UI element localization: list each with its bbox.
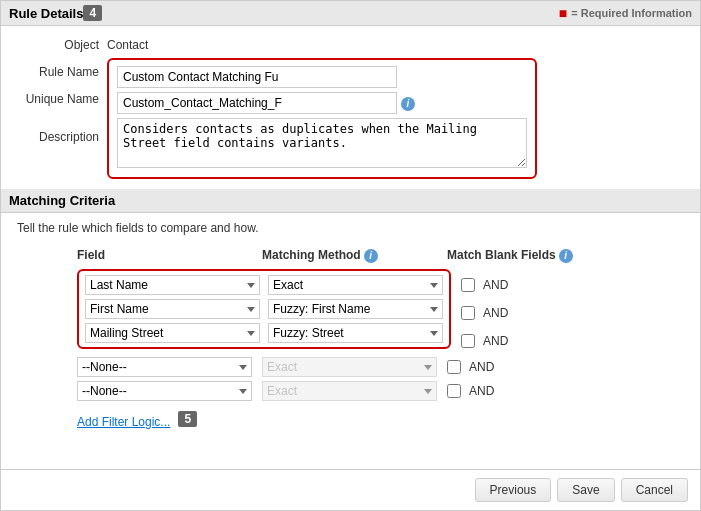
- blank-checkbox-2[interactable]: [461, 306, 475, 320]
- object-value: Contact: [107, 34, 684, 52]
- rule-name-input-row: [117, 66, 527, 88]
- main-container: Rule Details 4 ■ = Required Information …: [0, 0, 701, 511]
- object-label: Object: [17, 34, 107, 52]
- field-select-3[interactable]: Mailing Street: [85, 323, 260, 343]
- criteria-row-4: --None-- Exact AND: [77, 357, 684, 377]
- non-highlighted-rows: --None-- Exact AND --None--: [77, 357, 684, 405]
- description-label: Description: [17, 126, 107, 181]
- criteria-row-3: Mailing Street Fuzzy: Street: [85, 323, 443, 343]
- blank-row-3: AND: [461, 329, 508, 353]
- save-button[interactable]: Save: [557, 478, 614, 502]
- step-5-badge: 5: [178, 411, 197, 427]
- criteria-row-2: First Name Fuzzy: First Name: [85, 299, 443, 319]
- blank-checkbox-5[interactable]: [447, 384, 461, 398]
- blank-info-icon[interactable]: i: [559, 249, 573, 263]
- method-select-5: Exact: [262, 381, 437, 401]
- highlighted-rows-box: Last Name Exact First Name Fuzzy: First …: [77, 269, 451, 349]
- required-info-text: = Required Information: [571, 7, 692, 19]
- blank-col-header: Match Blank Fields i: [447, 247, 577, 263]
- and-label-2: AND: [483, 306, 508, 320]
- blank-header-label: Match Blank Fields i: [447, 247, 577, 263]
- method-header-label: Matching Method i: [262, 247, 437, 263]
- blank-cell-4: AND: [447, 360, 547, 374]
- add-filter-link[interactable]: Add Filter Logic...: [77, 415, 170, 429]
- blank-checkboxes-highlighted: AND AND AND: [461, 269, 508, 353]
- matching-criteria-title: Matching Criteria: [9, 193, 115, 208]
- blank-checkbox-4[interactable]: [447, 360, 461, 374]
- method-select-3[interactable]: Fuzzy: Street: [268, 323, 443, 343]
- field-select-1[interactable]: Last Name: [85, 275, 260, 295]
- unique-name-input[interactable]: [117, 92, 397, 114]
- blank-cell-5: AND: [447, 384, 547, 398]
- matching-body: Tell the rule which fields to compare an…: [1, 213, 700, 469]
- matching-criteria-header: Matching Criteria: [1, 189, 700, 213]
- and-label-5: AND: [469, 384, 494, 398]
- page-title: Rule Details: [9, 6, 83, 21]
- criteria-rows-container: Last Name Exact First Name Fuzzy: First …: [17, 269, 684, 429]
- rule-details-header: Rule Details 4 ■ = Required Information: [1, 1, 700, 26]
- footer: Previous Save Cancel: [1, 469, 700, 510]
- and-label-4: AND: [469, 360, 494, 374]
- method-info-icon[interactable]: i: [364, 249, 378, 263]
- unique-name-info-icon[interactable]: i: [401, 97, 415, 111]
- method-select-1[interactable]: Exact: [268, 275, 443, 295]
- blank-row-2: AND: [461, 301, 508, 325]
- description-input-row: Considers contacts as duplicates when th…: [117, 118, 527, 171]
- description-textarea[interactable]: Considers contacts as duplicates when th…: [117, 118, 527, 168]
- field-header-label: Field: [77, 248, 252, 262]
- step-4-badge: 4: [83, 5, 102, 21]
- method-select-2[interactable]: Fuzzy: First Name: [268, 299, 443, 319]
- rule-details-body: Object Contact Rule Name Unique Name Des…: [1, 26, 700, 189]
- required-dot: ■: [559, 5, 567, 21]
- previous-button[interactable]: Previous: [475, 478, 552, 502]
- field-select-4[interactable]: --None--: [77, 357, 252, 377]
- criteria-row-1: Last Name Exact: [85, 275, 443, 295]
- criteria-row-5: --None-- Exact AND: [77, 381, 684, 401]
- object-row: Object Contact: [17, 34, 684, 52]
- blank-checkbox-1[interactable]: [461, 278, 475, 292]
- method-col-header: Matching Method i: [262, 247, 437, 263]
- required-info: ■ = Required Information: [559, 5, 692, 21]
- cancel-button[interactable]: Cancel: [621, 478, 688, 502]
- add-filter-area: Add Filter Logic... 5: [77, 409, 684, 429]
- unique-name-input-row: i: [117, 92, 527, 114]
- highlighted-criteria-group: Last Name Exact First Name Fuzzy: First …: [77, 269, 684, 353]
- field-select-5[interactable]: --None--: [77, 381, 252, 401]
- blank-row-1: AND: [461, 273, 508, 297]
- blank-checkbox-3[interactable]: [461, 334, 475, 348]
- field-col-header: Field: [77, 248, 252, 262]
- and-label-3: AND: [483, 334, 508, 348]
- unique-name-label: Unique Name: [17, 85, 107, 112]
- rule-name-input[interactable]: [117, 66, 397, 88]
- rule-name-label: Rule Name: [17, 58, 107, 85]
- method-select-4: Exact: [262, 357, 437, 377]
- criteria-headers: Field Matching Method i Match Blank Fiel…: [17, 247, 684, 263]
- matching-instruction: Tell the rule which fields to compare an…: [17, 221, 684, 235]
- and-label-1: AND: [483, 278, 508, 292]
- highlighted-fields-group: i Considers contacts as duplicates when …: [107, 58, 537, 179]
- field-select-2[interactable]: First Name: [85, 299, 260, 319]
